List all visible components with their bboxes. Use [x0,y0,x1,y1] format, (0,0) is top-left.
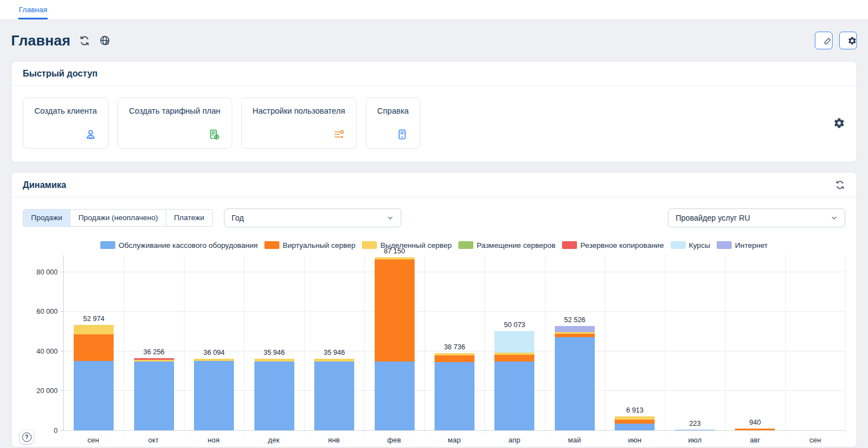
quick-access-panel: Быстрый доступ Создать клиентаСоздать та… [11,61,857,162]
legend-item[interactable]: Интернет [717,241,768,250]
bar-total-label: 35 946 [324,349,345,357]
quick-access-card-label: Настройки пользователя [253,106,345,115]
quick-access-card[interactable]: Справка [366,98,421,149]
bar-segment[interactable] [375,362,415,430]
y-axis-tick [60,390,64,391]
gridline-v [124,255,124,434]
bar-segment[interactable] [254,362,294,430]
legend-swatch [458,241,473,249]
legend-swatch [671,241,686,249]
legend-label: Курсы [689,241,710,250]
bar-total-label: 50 073 [504,321,525,329]
period-select[interactable]: Год [224,208,401,227]
tab-glavnaya[interactable]: Главная [18,0,48,19]
bar-segment[interactable] [615,424,655,430]
bar-segment[interactable] [494,355,534,362]
x-axis-label: авг [750,436,760,444]
x-axis-label: дек [268,436,280,444]
chart-refresh-icon[interactable] [835,180,845,190]
y-axis: 020 00040 00060 00080 000 [23,255,63,431]
provider-select[interactable]: Провайдер услуг RU [668,208,845,227]
bar-дек-3[interactable] [254,359,294,430]
gridline-v [725,255,726,434]
bar-total-label: 940 [749,419,761,426]
bar-segment[interactable] [74,361,114,430]
quick-access-card[interactable]: Настройки пользователя [241,98,357,149]
gridline-v [304,255,305,434]
quick-access-card-label: Создать тарифный план [129,106,221,115]
bar-segment[interactable] [194,361,234,430]
legend-item[interactable]: Обслуживание кассового оборудования [100,241,258,250]
gridline-v [845,255,846,434]
bar-май-8[interactable] [555,326,595,430]
legend-item[interactable]: Выделенный сервер [362,241,452,250]
bar-segment[interactable] [555,326,595,332]
quick-access-card[interactable]: Создать тарифный план [118,98,232,149]
quick-access-card[interactable]: Создать клиента [23,98,109,149]
bar-segment[interactable] [494,362,534,430]
bar-segment[interactable] [375,259,415,362]
bar-июн-9[interactable] [615,416,655,430]
y-axis-label: 40 000 [37,348,58,355]
y-axis-label: 80 000 [37,268,58,276]
bar-segment[interactable] [74,325,114,334]
tab-label: Главная [19,6,47,14]
gridline-v [244,255,244,434]
gridline-v [785,255,786,434]
bar-segment[interactable] [494,331,534,353]
bar-июл-10[interactable] [675,430,715,430]
dynamics-tab-2[interactable]: Платежи [166,210,212,226]
x-axis-label: ноя [208,436,219,444]
gridline-v [665,255,666,434]
edit-dashboard-button[interactable] [815,32,833,49]
legend-item[interactable]: Курсы [671,241,710,250]
bar-total-label: 35 946 [263,349,284,357]
dashboard-settings-button[interactable] [839,32,857,49]
bar-авг-11[interactable] [735,429,775,430]
refresh-icon[interactable] [79,35,90,47]
x-axis-label: май [568,436,581,444]
bar-фев-5[interactable] [375,257,415,430]
dynamics-tab-1[interactable]: Продажи (неоплачено) [70,210,166,226]
x-axis-label: сен [809,436,821,444]
quick-access-gear-icon[interactable] [833,117,845,129]
legend-swatch [717,241,732,249]
globe-icon[interactable] [99,34,111,47]
page-title: Главная [11,32,70,49]
bar-сен-0[interactable] [74,325,114,430]
chart-plot-area: 52 97436 25636 09435 94635 94687 15038 7… [63,255,845,431]
create-tariff-icon [208,128,221,141]
legend-item[interactable]: Размещение серверов [458,241,555,250]
bar-segment[interactable] [615,420,655,424]
bar-мар-6[interactable] [435,353,474,430]
question-icon: ? [22,432,32,442]
bar-segment[interactable] [314,362,354,430]
bar-segment[interactable] [134,362,174,430]
bar-окт-1[interactable] [134,358,174,430]
bar-segment[interactable] [555,337,595,430]
bar-segment[interactable] [735,429,775,430]
bar-segment[interactable] [435,355,474,362]
provider-select-value: Провайдер услуг RU [676,213,750,222]
bar-total-label: 223 [689,420,701,427]
bar-апр-7[interactable] [494,331,534,430]
dynamics-title: Динамика [23,180,66,190]
bar-янв-4[interactable] [314,359,354,430]
create-client-icon [84,128,97,141]
legend-item[interactable]: Виртуальный сервер [264,241,355,250]
legend-item[interactable]: Резервное копирование [562,241,664,250]
bar-total-label: 52 526 [564,316,585,324]
help-doc-icon [396,128,409,141]
y-axis-tick [60,311,64,312]
bar-segment[interactable] [74,334,114,362]
gridline-v [484,255,485,434]
help-button[interactable]: ? [20,430,33,444]
page-header: Главная [11,20,857,61]
legend-swatch [264,241,279,249]
bar-segment[interactable] [675,430,715,430]
bar-ноя-2[interactable] [194,359,234,430]
x-axis-label: янв [328,436,340,444]
bar-segment[interactable] [435,362,474,430]
dynamics-tab-0[interactable]: Продажи [23,210,70,226]
chart-mode-tabs: ПродажиПродажи (неоплачено)Платежи [23,209,213,227]
